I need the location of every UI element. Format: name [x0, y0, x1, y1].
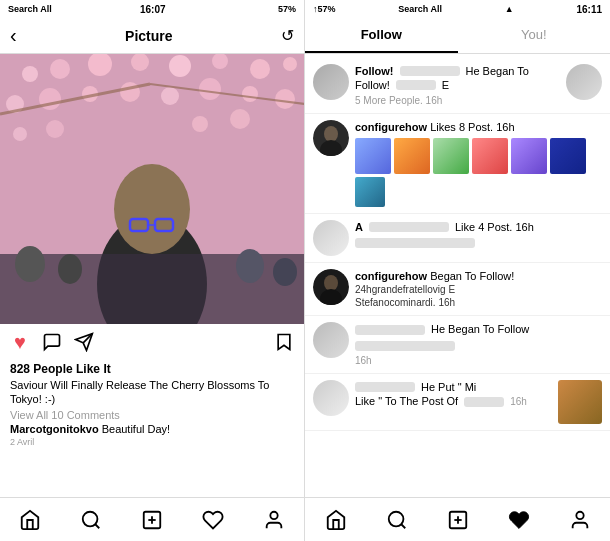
- nav-profile-left[interactable]: [262, 508, 286, 532]
- svg-marker-35: [278, 335, 290, 350]
- status-wifi-right: ▲: [505, 4, 514, 14]
- tabs-right: Follow You!: [305, 18, 610, 54]
- svg-point-24: [114, 164, 190, 254]
- tab-you[interactable]: You!: [458, 18, 611, 53]
- status-signal-left: Search All: [8, 4, 52, 14]
- svg-line-37: [95, 524, 99, 528]
- gray-bar-5a: [355, 325, 425, 335]
- svg-point-19: [13, 127, 27, 141]
- status-battery-left: 57%: [278, 4, 296, 14]
- thumbnail-3: [433, 138, 469, 174]
- avatar-3: [313, 220, 349, 256]
- bottom-nav-left: [0, 497, 304, 541]
- nav-heart-left[interactable]: [201, 508, 225, 532]
- comment-button[interactable]: [42, 332, 62, 352]
- nav-add-left[interactable]: [140, 508, 164, 532]
- avatar-2-svg: [313, 120, 349, 156]
- nav-title-left: Picture: [125, 28, 172, 44]
- nav-home-left[interactable]: [18, 508, 42, 532]
- avatar-5: [313, 322, 349, 358]
- activity-text-1: Follow! He Began To Follow! E 5 More Peo…: [355, 64, 560, 107]
- svg-point-31: [236, 249, 264, 283]
- gray-bar-6b: [464, 397, 504, 407]
- activity-item-3: A Like 4 Post. 16h: [305, 214, 610, 263]
- bottom-nav-right: [305, 497, 610, 541]
- right-panel: ↑57% Search All ▲ 16:11 Follow You! Foll…: [305, 0, 610, 541]
- activity-detail-4b: Stefanocominardi. 16h: [355, 296, 602, 309]
- svg-point-48: [388, 511, 403, 526]
- svg-point-15: [242, 86, 258, 102]
- caption: Saviour Will Finally Release The Cherry …: [10, 378, 294, 407]
- post-actions: ♥: [0, 324, 304, 360]
- activity-text-4: configurehow Began To Follow! 24hgrandef…: [355, 269, 602, 309]
- nav-add-right[interactable]: [446, 508, 470, 532]
- activity-action-6a: He Put " Mi: [421, 380, 476, 394]
- activity-text-2: configurehow Likes 8 Post. 16h: [355, 120, 602, 207]
- nav-search-left[interactable]: [79, 508, 103, 532]
- activity-action-1: He Began To: [466, 64, 529, 78]
- svg-point-16: [275, 89, 295, 109]
- svg-point-20: [46, 120, 64, 138]
- activity-item-2: configurehow Likes 8 Post. 16h: [305, 114, 610, 214]
- gray-bar-1b: [396, 80, 436, 90]
- gray-bar-6a: [355, 382, 415, 392]
- svg-point-53: [576, 511, 583, 518]
- activity-action-3: Like 4 Post. 16h: [455, 220, 534, 234]
- thumbnail-strip-2: [355, 138, 602, 207]
- gray-bar-1a: [400, 66, 460, 76]
- avatar-extra-1: [566, 64, 602, 100]
- svg-point-41: [270, 511, 277, 518]
- avatar-1: [313, 64, 349, 100]
- nav-search-right[interactable]: [385, 508, 409, 532]
- activity-suffix-1: E: [442, 78, 449, 92]
- bookmark-button[interactable]: [274, 332, 294, 352]
- activity-text-6: He Put " Mi Like " To The Post Of 16h: [355, 380, 552, 409]
- tab-follow[interactable]: Follow: [305, 18, 458, 53]
- comment-preview: Marcotgonitokvo Beautiful Day!: [10, 423, 294, 435]
- svg-point-5: [169, 55, 191, 77]
- thumbnail-6: [550, 138, 586, 174]
- activity-item-4: configurehow Began To Follow! 24hgrandef…: [305, 263, 610, 316]
- activity-action-1b: Follow!: [355, 78, 390, 92]
- refresh-button[interactable]: ↺: [281, 26, 294, 45]
- status-bar-right: ↑57% Search All ▲ 16:11: [305, 0, 610, 18]
- avatar-4: [313, 269, 349, 305]
- svg-point-8: [283, 57, 297, 71]
- status-time-right: 16:11: [576, 4, 602, 15]
- nav-bar-left: ‹ Picture ↺: [0, 18, 304, 54]
- nav-home-right[interactable]: [324, 508, 348, 532]
- avatar-2: [313, 120, 349, 156]
- back-button[interactable]: ‹: [10, 24, 17, 47]
- activity-time-5: 16h: [355, 355, 372, 366]
- activity-item-5: He Began To Follow 16h: [305, 316, 610, 374]
- svg-line-49: [401, 524, 405, 528]
- svg-point-30: [58, 254, 82, 284]
- post-timestamp: 2 Avril: [10, 437, 294, 447]
- svg-point-32: [273, 258, 297, 286]
- activity-item-6: He Put " Mi Like " To The Post Of 16h: [305, 374, 610, 431]
- nav-profile-right[interactable]: [568, 508, 592, 532]
- activity-action-6b: Like " To The Post Of: [355, 394, 458, 408]
- activity-text-3: A Like 4 Post. 16h: [355, 220, 602, 250]
- status-bar-left: Search All 16:07 57%: [0, 0, 304, 18]
- svg-point-13: [161, 87, 179, 105]
- status-battery-right: ↑57%: [313, 4, 336, 14]
- activity-action-4: Began To Follow!: [430, 270, 514, 282]
- status-time-left: 16:07: [140, 4, 166, 15]
- svg-point-36: [83, 511, 98, 526]
- share-button[interactable]: [74, 332, 94, 352]
- gray-bar-5b: [355, 341, 455, 351]
- thumbnail-1: [355, 138, 391, 174]
- like-button[interactable]: ♥: [10, 332, 30, 352]
- activity-action-5: He Began To Follow: [431, 322, 529, 336]
- activity-prefix-3: A: [355, 220, 363, 234]
- view-comments[interactable]: View All 10 Comments: [10, 409, 294, 421]
- thumbnail-7: [355, 177, 385, 207]
- nav-heart-filled-right[interactable]: [507, 508, 531, 532]
- svg-point-12: [120, 82, 140, 102]
- activity-username-4: configurehow: [355, 270, 427, 282]
- svg-point-21: [192, 116, 208, 132]
- activity-text-5: He Began To Follow 16h: [355, 322, 602, 367]
- avatar-4-svg: [313, 269, 349, 305]
- svg-point-1: [22, 66, 38, 82]
